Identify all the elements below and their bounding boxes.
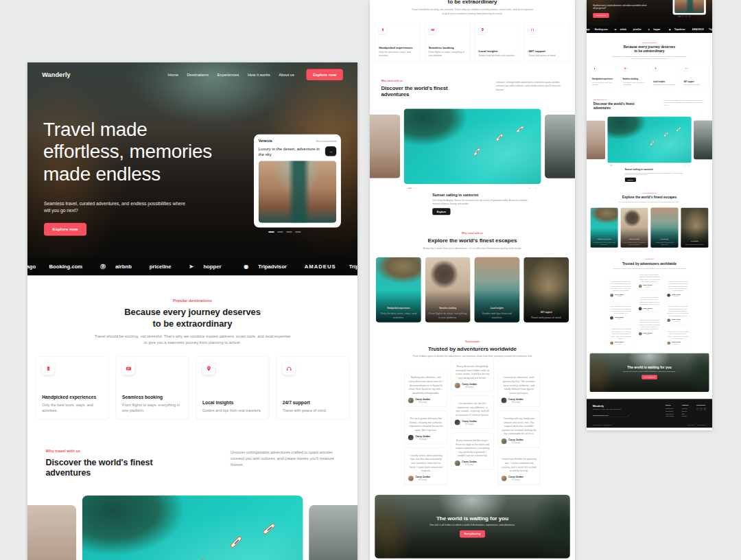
- carousel-progress: [408, 188, 416, 189]
- adventure-carousel: ← → Sunset sailing in santorini Drift al…: [370, 108, 575, 215]
- carousel-prev-arrow[interactable]: ←: [684, 164, 685, 166]
- hero-explore-button[interactable]: Explore now: [44, 223, 86, 236]
- testimonial-card: Booking was effortless, and every detail…: [405, 370, 447, 407]
- headset-icon: [528, 26, 536, 34]
- footer-link-about-us[interactable]: About us: [682, 408, 689, 409]
- start-planning-button[interactable]: Start planning: [460, 530, 485, 538]
- promo-card-header: Venesia Recommended: [259, 139, 337, 143]
- testimonial-card: Every moment felt like magic. From the f…: [637, 315, 663, 338]
- testimonial-column: I wanted an adventure, and I got exactly…: [498, 370, 541, 485]
- brand-logo[interactable]: Wanderly: [42, 71, 71, 79]
- section-label: Popular destinations: [587, 41, 712, 43]
- escape-card-balloon[interactable]: Seamless booking From flights to stays, …: [425, 257, 471, 323]
- avatar: [639, 307, 642, 310]
- nav-explore-button[interactable]: Explore now: [306, 69, 343, 80]
- carousel-dot[interactable]: [295, 231, 301, 232]
- testimonial-card: The local guides felt more like friends,…: [405, 411, 447, 444]
- feature-card-support: 24/7 support Travel with peace of mind.: [277, 356, 349, 419]
- avatar: [610, 341, 613, 345]
- facebook-icon[interactable]: f: [696, 408, 699, 410]
- popular-destinations-section: Popular destinations Because every journ…: [587, 33, 712, 60]
- escape-card-balloon[interactable]: Seamless booking From flights to stays, …: [620, 207, 648, 247]
- footer-link-plan-your-trip[interactable]: Plan your trip: [666, 412, 674, 414]
- escape-card-bay[interactable]: Handpicked experiences Only the best tou…: [376, 257, 421, 323]
- carousel-next-arrow[interactable]: →: [534, 187, 537, 189]
- footer-logo[interactable]: Wanderly: [593, 404, 629, 407]
- feature-card-booking: Seamless booking From flights to stays, …: [116, 356, 189, 419]
- feature-card-insights: Local insights Guides and tips from real…: [475, 22, 520, 61]
- avatar: [639, 332, 642, 336]
- footer-link-careers[interactable]: Careers: [682, 410, 689, 411]
- features-row: Handpicked experiences Only the best tou…: [370, 22, 575, 61]
- escape-card-harbor[interactable]: Local insights Guides and tips from real…: [650, 207, 678, 247]
- footer-link-travel-guides[interactable]: Travel guides: [666, 415, 674, 417]
- boat-graphic: [473, 148, 481, 156]
- artboard-top-view: Wanderly Home Destinations Experiences H…: [27, 62, 357, 560]
- footer-link-blog[interactable]: Blog: [682, 412, 689, 414]
- popular-destinations-section: Popular destinations Because every journ…: [27, 275, 357, 345]
- testimonial-card: I wanted an adventure, and I got exactly…: [665, 277, 691, 299]
- footer-explore-column: Explore Destinations Experiences Plan yo…: [666, 404, 674, 417]
- carousel-photo-santorini[interactable]: [403, 108, 541, 184]
- carousel-prev-arrow[interactable]: ←: [529, 187, 532, 189]
- nav-item-experiences[interactable]: Experiences: [217, 72, 239, 77]
- slide-explore-button[interactable]: Explore: [432, 209, 450, 215]
- testimonial-column: Booking was effortless, and every detail…: [405, 370, 447, 485]
- escape-card-harbor[interactable]: Local insights Guides and tips from real…: [474, 257, 519, 323]
- slide-explore-button[interactable]: Explore: [625, 177, 636, 181]
- why-heading-block: Why travel with us Discover the world's …: [593, 98, 642, 110]
- testimonials-grid: Booking was effortless, and every detail…: [370, 370, 575, 485]
- progress-inactive[interactable]: [413, 188, 416, 189]
- hero-explore-button[interactable]: Explore now: [593, 12, 609, 17]
- testimonial-card: I loved how flexible the planning was. I…: [665, 327, 691, 347]
- progress-active[interactable]: [408, 188, 412, 189]
- carousel-dot[interactable]: [277, 231, 283, 232]
- promo-arrow-button[interactable]: →: [325, 146, 336, 156]
- testimonial-card: Booking was effortless, and every detail…: [608, 277, 634, 299]
- destination-promo-card[interactable]: Venesia Recommended Luxury in the desert…: [673, 0, 706, 14]
- footer-email-link[interactable]: hi@wanderlytravel.co.uk →: [593, 414, 629, 417]
- privacy-policy-link[interactable]: Privacy policy: [687, 423, 695, 425]
- footer-link-experiences[interactable]: Experiences: [666, 410, 674, 411]
- hero-subtitle: Seamless travel, curated adventures, and…: [44, 200, 189, 214]
- cta-title: The world is waiting for you: [436, 515, 508, 522]
- nav-item-home[interactable]: Home: [168, 72, 178, 77]
- why-description: Uncover unforgettable adventures crafted…: [496, 80, 564, 92]
- ticket-icon: [429, 26, 436, 34]
- escape-card-resort[interactable]: 24/7 support Travel with peace of mind.: [681, 207, 708, 247]
- twitter-x-icon[interactable]: x: [700, 408, 703, 410]
- carousel-photo-next: [694, 120, 712, 159]
- escape-card-bay[interactable]: Handpicked experiences Only the best tou…: [590, 207, 618, 247]
- why-title: Discover the world's finest adventures: [593, 102, 642, 110]
- footer-link-destinations[interactable]: Destinations: [666, 408, 674, 409]
- progress-active[interactable]: [610, 165, 613, 165]
- avatar: [667, 341, 670, 345]
- carousel-next-arrow[interactable]: →: [687, 164, 689, 166]
- footer-link-contact[interactable]: Contact: [682, 415, 689, 417]
- amadeus-logo: amadeus: [300, 264, 340, 270]
- feature-card-handpicked: Handpicked experiences Only the best tou…: [36, 356, 108, 419]
- testimonial-card: Every detail was thoughtfully arranged, …: [637, 270, 663, 290]
- carousel-track: [370, 108, 575, 184]
- carousel-photo-santorini[interactable]: [607, 117, 691, 163]
- progress-inactive[interactable]: [613, 165, 615, 165]
- ticket-icon: [623, 66, 628, 71]
- carousel-dot[interactable]: [268, 231, 274, 232]
- testimonial-card: Traveling with my family was smooth and …: [665, 301, 691, 324]
- carousel-dot[interactable]: [286, 231, 292, 232]
- escape-card-resort[interactable]: 24/7 support Travel with peace of mind.: [524, 257, 569, 323]
- nav-item-how-it-works[interactable]: How it works: [248, 72, 270, 77]
- features-row: Handpicked experiences Only the best tou…: [27, 356, 357, 419]
- carousel-photo-santorini[interactable]: [82, 495, 303, 560]
- boat-graphic: [516, 126, 524, 133]
- terms-link[interactable]: Terms of service: [698, 423, 707, 425]
- testimonial-column: Every detail was thoughtfully arranged, …: [451, 359, 494, 469]
- start-planning-button[interactable]: Start planning: [642, 375, 657, 380]
- carousel-photo-previous: [27, 505, 76, 560]
- nav-item-destinations[interactable]: Destinations: [187, 72, 209, 77]
- nav-item-about-us[interactable]: About us: [279, 72, 294, 77]
- destination-promo-card[interactable]: Venesia Recommended Luxury in the desert…: [254, 135, 341, 228]
- destinations-subtitle: Travel should be exciting, not stressful…: [93, 334, 292, 346]
- destinations-title: Because every journey deserves to be ext…: [27, 307, 357, 329]
- instagram-icon[interactable]: ◎: [704, 408, 707, 410]
